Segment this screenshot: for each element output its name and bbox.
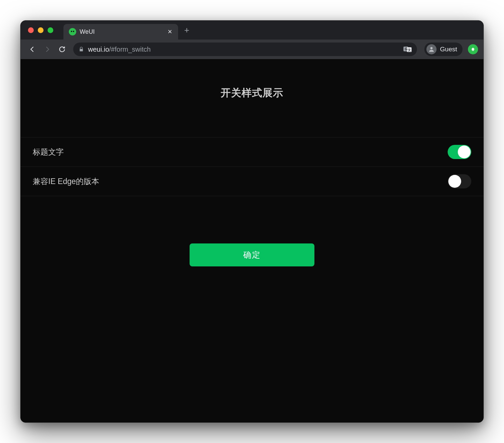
forward-button[interactable]	[41, 43, 54, 56]
profile-label: Guest	[440, 46, 457, 53]
url-path: /#form_switch	[109, 46, 150, 53]
window-controls	[25, 27, 57, 33]
extension-button[interactable]	[468, 44, 478, 54]
profile-button[interactable]: Guest	[424, 43, 463, 56]
switch-knob	[448, 175, 461, 188]
tab-title: WeUI	[80, 28, 163, 35]
new-tab-button[interactable]: +	[178, 22, 195, 38]
url-host: weui.io	[88, 46, 109, 53]
reload-button[interactable]	[56, 43, 68, 56]
switch-toggle-title[interactable]	[448, 145, 471, 159]
svg-text:文: 文	[408, 48, 411, 52]
url-text: weui.io/#form_switch	[88, 46, 151, 53]
browser-toolbar: weui.io/#form_switch G文 Guest	[21, 40, 483, 59]
button-area: 确定	[21, 243, 483, 266]
page-title: 开关样式展示	[21, 86, 483, 100]
window-minimize-button[interactable]	[38, 27, 44, 33]
browser-window: WeUI × + weui.io/#form_switch G文	[20, 20, 484, 423]
avatar-icon	[426, 44, 437, 54]
switch-label: 兼容IE Edge的版本	[33, 176, 99, 187]
confirm-button[interactable]: 确定	[190, 243, 314, 266]
switch-label: 标题文字	[33, 147, 64, 157]
tab-strip: WeUI × +	[21, 21, 483, 40]
switch-cell: 标题文字	[21, 137, 483, 166]
svg-point-4	[430, 47, 433, 49]
page-content: 开关样式展示 标题文字 兼容IE Edge的版本 确定	[21, 59, 483, 422]
address-bar[interactable]: weui.io/#form_switch G文	[73, 43, 417, 56]
switch-cell: 兼容IE Edge的版本	[21, 166, 483, 196]
switch-toggle-ie-edge[interactable]	[448, 174, 471, 188]
translate-icon[interactable]: G文	[403, 46, 412, 53]
close-icon[interactable]: ×	[166, 27, 173, 36]
window-maximize-button[interactable]	[48, 27, 53, 33]
back-button[interactable]	[26, 43, 39, 56]
svg-text:G: G	[405, 47, 408, 51]
browser-tab[interactable]: WeUI ×	[63, 24, 178, 40]
switch-cells-group: 标题文字 兼容IE Edge的版本	[21, 137, 483, 196]
lock-icon	[79, 46, 84, 52]
wechat-favicon-icon	[69, 28, 76, 35]
window-close-button[interactable]	[28, 27, 34, 33]
switch-knob	[458, 146, 471, 158]
